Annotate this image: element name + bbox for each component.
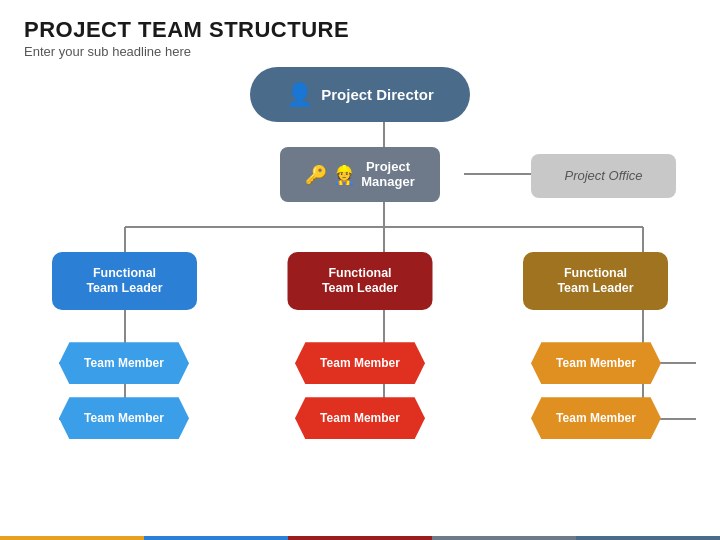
tm-right-2-node: Team Member (531, 397, 661, 439)
ftl-right-node: FunctionalTeam Leader (523, 252, 668, 310)
manager-label: ProjectManager (361, 160, 414, 190)
ftl-center-node: FunctionalTeam Leader (288, 252, 433, 310)
tm-left-1-label: Team Member (84, 356, 164, 370)
main-title: PROJECT TEAM STRUCTURE (24, 18, 696, 42)
director-icon: 👤 (286, 84, 313, 106)
org-chart: 👤 Project Director 🔑 👷 ProjectManager Pr… (24, 67, 696, 497)
tm-left-1-node: Team Member (59, 342, 189, 384)
office-label: Project Office (564, 168, 642, 184)
director-label: Project Director (321, 86, 434, 104)
ftl-center-label: FunctionalTeam Leader (322, 266, 398, 296)
tm-right-2-label: Team Member (556, 411, 636, 425)
manager-icon2: 👷 (333, 166, 355, 184)
tm-center-1-label: Team Member (320, 356, 400, 370)
project-director-node: 👤 Project Director (250, 67, 470, 122)
ftl-right-label: FunctionalTeam Leader (557, 266, 633, 296)
ftl-left-node: FunctionalTeam Leader (52, 252, 197, 310)
ftl-left-label: FunctionalTeam Leader (86, 266, 162, 296)
bottom-bar (0, 536, 720, 540)
project-manager-node: 🔑 👷 ProjectManager (280, 147, 440, 202)
sub-title: Enter your sub headline here (24, 44, 696, 59)
tm-center-2-label: Team Member (320, 411, 400, 425)
page: PROJECT TEAM STRUCTURE Enter your sub he… (0, 0, 720, 540)
tm-center-1-node: Team Member (295, 342, 425, 384)
tm-right-1-label: Team Member (556, 356, 636, 370)
tm-right-1-node: Team Member (531, 342, 661, 384)
tm-center-2-node: Team Member (295, 397, 425, 439)
project-office-node: Project Office (531, 154, 676, 198)
tm-left-2-node: Team Member (59, 397, 189, 439)
manager-icon: 🔑 (305, 166, 327, 184)
tm-left-2-label: Team Member (84, 411, 164, 425)
